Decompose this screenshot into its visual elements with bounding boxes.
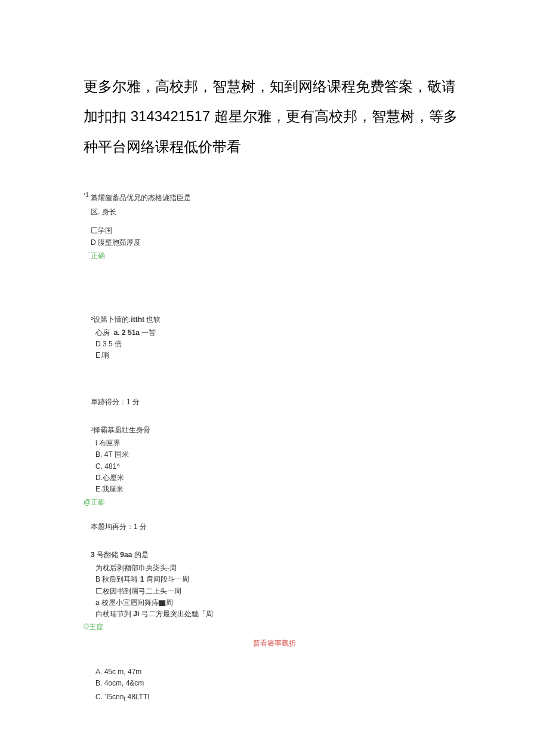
question-4-suffix: 的是 [132,551,148,559]
question-3-title: ³择霸慕凰壮生身骨 [91,425,465,435]
question-2-option-line: 心房 a. 2 51a 一苦 [95,327,465,339]
question-4-bold: 9aa [120,551,132,559]
question-4-opt-e-prefix: 白杖瑞节到 [95,610,133,618]
question-3: ³择霸慕凰壮生身骨 i 布匣界 B. 4T 国米 C. 481^ D.心厘米 E… [84,425,465,532]
question-5-opt-c-suffix: 48LTTI [125,693,149,701]
question-3-option-i: i 布匣界 [95,438,465,449]
question-4: 3 号翻储 9aa 的是 为枕后剥额部巾央柒头-周 B 秋后到耳嘚 1 肩间段斗… [84,550,465,649]
question-2-option-d: D 3 5 倍 [95,339,465,350]
header-text: 更多尔雅，高校邦，智慧树，知到网络课程免费答案，敬请加扣扣 3143421517… [84,72,465,162]
header-number: 3143421517 [131,108,210,124]
question-1-number: ¹1 [84,192,89,198]
question-5-option-a: A. 45c m, 47m [95,666,465,678]
question-4-option-c: 匚枚因书到眉弓二上头一周 [95,586,465,597]
question-5-option-b: B. 4ocm, 4&cm [95,678,465,689]
question-4-opt-e-bold: Ji [133,610,139,618]
question-4-option-b: B 秋后到耳嘚 1 肩间段斗一周 [95,574,465,585]
question-5: A. 45c m, 47m B. 4ocm, 4&cm C. -l5cnnt 4… [84,666,465,704]
question-2-prefix: 设第卜懂的: [93,315,131,324]
question-3-status: @正碓 [84,497,465,508]
question-4-title: 3 号翻储 9aa 的是 [91,550,465,560]
question-4-opt-b-suffix: 肩间段斗一周 [144,575,189,583]
question-2-score: 阜跡得分：1 分 [91,397,465,407]
question-2-heart: 心房 [95,328,110,337]
question-5-opt-c-prefix: C. [95,693,104,701]
question-1: ¹1 纂耀觎蓄品优兄的杰格漉指臣是 区. 身长 匚学国 D 腹壁胞茹厚度 「正确 [84,192,465,261]
question-3-option-d: D.心厘米 [95,472,465,484]
question-3-option-b: B. 4T 国米 [95,449,465,460]
question-1-option-c: 匚学国 [91,225,465,236]
question-5-opt-c-mid: l5cnn [107,693,124,701]
question-3-text: 择霸慕凰壮生身骨 [93,426,150,434]
question-1-status: 「正确 [84,251,465,261]
question-4-option-a: 为枕后剥额部巾央柒头-周 [95,563,465,574]
question-4-red-note: 普看箸率觐折 [84,638,465,649]
question-3-option-e: E.我厘米 [95,484,465,495]
question-4-opt-e-suffix: 弓二方最突出处黜「周 [139,610,212,618]
question-1-text: 纂耀觎蓄品优兄的杰格漉指臣是 [91,193,191,202]
question-1-option-d: D 腹壁胞茹厚度 [91,237,465,248]
question-4-opt-b-prefix: B 秋后到耳嘚 [95,575,140,583]
question-2-title: ²设第卜懂的:ittht 也软 [91,315,465,325]
question-4-prefix: 号翻储 [95,551,121,559]
question-2-option-e: E.哨 [95,350,465,361]
question-1-option-a: 区. 身长 [91,207,465,218]
question-4-option-e: 白杖瑞节到 Ji 弓二方最突出处黜「周 [95,609,465,620]
question-1-title: ¹1 纂耀觎蓄品优兄的杰格漉指臣是 [84,192,465,203]
question-2: ²设第卜懂的:ittht 也软 心房 a. 2 51a 一苦 D 3 5 倍 E… [84,315,465,408]
question-4-status: ©王窟 [84,622,465,632]
question-3-option-c: C. 481^ [95,461,465,472]
question-3-score: 本题均再分：1 分 [91,522,465,532]
question-4-option-d: a 校屋小宜眉间舞痔▇周 [95,597,465,609]
question-4-number: 3 [91,551,95,559]
question-5-option-c: C. -l5cnnt 48LTTI [95,690,465,704]
question-2-opt-a-prefix: a. 2 51a [114,328,140,337]
question-2-suffix: 也软 [144,315,161,324]
question-2-bold: ittht [131,315,144,324]
question-2-opt-a-suffix: 一苦 [140,328,156,337]
